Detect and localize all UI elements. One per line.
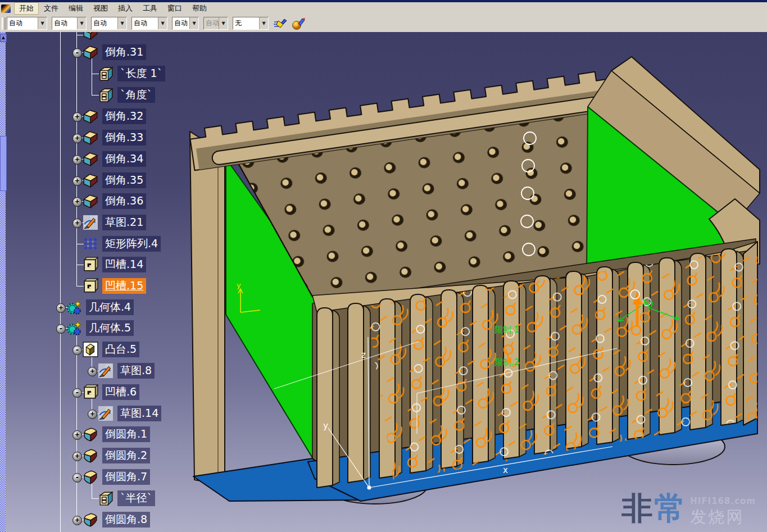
tree-item-chamfer-33[interactable]: 倒角.33	[83, 129, 146, 146]
chevron-down-icon[interactable]: ▼	[259, 17, 268, 29]
paintbrush-icon[interactable]	[273, 17, 288, 30]
menu-item-window[interactable]: 窗口	[162, 2, 187, 15]
tree-item-body-4[interactable]: 几何体.4	[66, 299, 134, 316]
3d-viewport[interactable]: y x z y 限制.1 限制.2	[0, 32, 767, 532]
expander[interactable]: +	[72, 197, 82, 207]
pocket-icon	[83, 278, 98, 294]
tree-item-radius-param[interactable]: `半径`	[98, 490, 155, 507]
tree-item-rect-pattern-4[interactable]: 矩形阵列.4	[83, 235, 161, 252]
body-icon	[66, 320, 82, 336]
tree-item-body-5[interactable]: 几何体.5	[66, 320, 134, 337]
menu-item-insert[interactable]: 插入	[113, 2, 138, 15]
expander[interactable]: +	[72, 430, 82, 440]
tree-item-chamfer-35[interactable]: 倒角.35	[83, 172, 146, 189]
tree-item-chamfer-36[interactable]: 倒角.36	[83, 193, 146, 210]
fillet-icon	[83, 512, 98, 528]
specification-tree: - + + + + + + + - - + - + + + - + 倒角.31 …	[0, 32, 767, 532]
tree-item-fillet-2[interactable]: 倒圆角.2	[83, 447, 150, 464]
tree-item-chamfer-31[interactable]: 倒角.31	[83, 44, 146, 61]
chevron-down-icon[interactable]: ▼	[189, 17, 198, 29]
menu-item-file[interactable]: 文件	[39, 2, 63, 15]
tree-item-length-param[interactable]: `长度 1`	[98, 65, 165, 82]
fillet-icon	[83, 448, 98, 463]
chamfer-icon	[83, 108, 98, 124]
pocket-icon	[83, 257, 98, 272]
tree-item-sketch-8[interactable]: 草图.8	[98, 362, 155, 379]
layer-combo[interactable]: 无▼	[233, 17, 269, 30]
chevron-down-icon[interactable]: ▼	[38, 17, 47, 29]
expander[interactable]: +	[72, 516, 82, 525]
fillet-icon	[83, 426, 98, 442]
expander[interactable]: +	[72, 452, 82, 461]
pocket-icon	[83, 384, 98, 400]
expander[interactable]: -	[72, 345, 82, 355]
expander[interactable]: +	[72, 155, 82, 165]
expander[interactable]: +	[56, 303, 66, 313]
fillet-icon	[83, 469, 98, 485]
chamfer-icon	[83, 151, 98, 167]
scrollbar-thumb[interactable]	[0, 136, 7, 191]
tree-item-fillet-8[interactable]: 倒圆角.8	[83, 511, 150, 528]
sketch-icon	[83, 215, 98, 230]
expander[interactable]: -	[56, 324, 66, 334]
line-type-combo[interactable]: 自动▼	[131, 17, 167, 30]
menu-item-tools[interactable]: 工具	[138, 2, 162, 15]
menu-item-help[interactable]: 帮助	[187, 2, 212, 15]
tree-item-pocket-6[interactable]: 凹槽.6	[83, 384, 139, 401]
chevron-down-icon[interactable]: ▼	[77, 17, 86, 29]
expander[interactable]: +	[88, 410, 97, 419]
chevron-down-icon: ▼	[219, 17, 228, 29]
sketch-icon	[98, 363, 114, 379]
menu-item-start[interactable]: 开始	[14, 2, 39, 15]
tree-item-sketch-21[interactable]: 草图.21	[83, 214, 146, 231]
app-icon[interactable]	[1, 4, 11, 13]
formula-icon	[98, 490, 114, 506]
point-style-combo[interactable]: 自动▼	[172, 17, 199, 30]
expander[interactable]: +	[88, 367, 97, 376]
expander[interactable]: -	[72, 48, 82, 58]
chevron-down-icon[interactable]: ▼	[158, 17, 167, 29]
chamfer-icon	[83, 172, 98, 188]
tree-item-angle-param[interactable]: `角度`	[98, 87, 155, 103]
rect-pattern-icon	[83, 236, 98, 252]
tree-item-chamfer-32[interactable]: 倒角.32	[83, 108, 146, 125]
graphic-properties-toolbar: 自动▼ 自动▼ 自动▼ 自动▼ 自动▼ 自动▼ 无▼	[0, 15, 767, 33]
expander[interactable]: +	[72, 112, 82, 122]
chamfer-icon	[83, 193, 98, 209]
tree-item-sketch-14[interactable]: 草图.14	[98, 405, 161, 422]
color-combo[interactable]: 自动▼	[7, 17, 47, 30]
toolbar-grip[interactable]	[2, 17, 6, 30]
scroll-up-icon[interactable]: ▲	[0, 34, 7, 42]
chamfer-icon	[83, 32, 98, 40]
expander[interactable]: +	[72, 134, 82, 143]
menu-bar: 开始 文件 编辑 视图 插入 工具 窗口 帮助	[0, 2, 767, 15]
render-style-combo: 自动▼	[203, 17, 228, 30]
chevron-down-icon[interactable]: ▼	[117, 17, 126, 29]
tree-item-pad-5[interactable]: 凸台.5	[83, 341, 139, 358]
material-sphere-icon[interactable]	[291, 17, 306, 30]
tree-item-pocket-15-selected[interactable]: 凹槽.15	[83, 278, 146, 294]
transparency-combo[interactable]: 自动▼	[52, 17, 87, 30]
expander[interactable]: +	[72, 219, 82, 228]
line-weight-combo[interactable]: 自动▼	[91, 17, 127, 30]
tree-item-fillet-7[interactable]: 倒圆角.7	[83, 469, 150, 485]
chamfer-icon	[83, 44, 98, 60]
formula-icon	[98, 87, 114, 103]
body-icon	[66, 299, 82, 315]
sketch-icon	[98, 406, 114, 421]
tree-item-chamfer-34[interactable]: 倒角.34	[83, 151, 146, 167]
expander[interactable]: -	[72, 473, 82, 483]
expander[interactable]: +	[72, 176, 82, 186]
left-scrollbar[interactable]: ▲	[0, 32, 6, 532]
expander[interactable]: -	[72, 388, 82, 398]
tree-item-fillet-1[interactable]: 倒圆角.1	[83, 426, 150, 443]
menu-item-view[interactable]: 视图	[88, 2, 113, 15]
tree-item-pocket-14[interactable]: 凹槽.14	[83, 256, 146, 273]
tree-item-partial[interactable]	[83, 32, 98, 41]
pad-icon	[83, 342, 98, 357]
menu-item-edit[interactable]: 编辑	[63, 2, 88, 15]
chamfer-icon	[83, 130, 98, 145]
formula-icon	[98, 66, 114, 81]
